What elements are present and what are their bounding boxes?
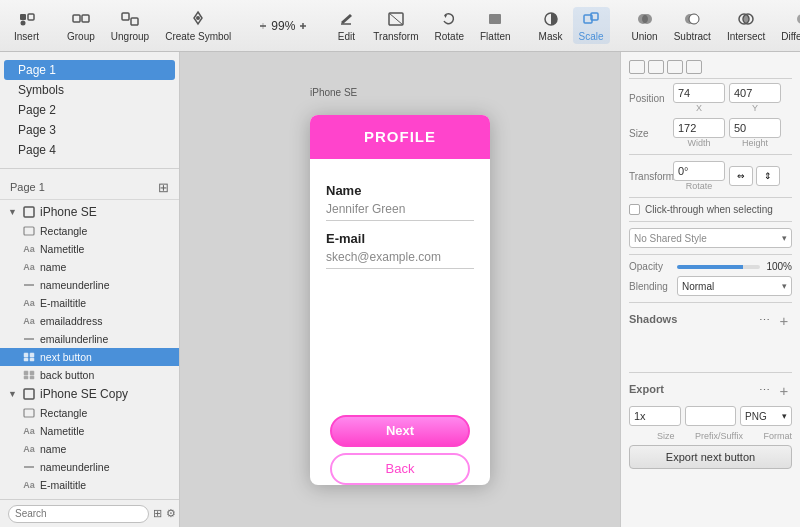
zoom-value: 99% (271, 19, 295, 33)
transform-deg-input[interactable]: 0° (673, 161, 725, 181)
layer-nameunderline-2[interactable]: nameunderline (0, 458, 179, 476)
subtract-button[interactable]: Subtract (668, 7, 717, 44)
edit-button[interactable]: Edit (329, 7, 363, 44)
export-format-value: PNG (745, 411, 767, 422)
svg-point-2 (20, 21, 25, 26)
intersect-button[interactable]: Intersect (721, 7, 771, 44)
subtract-label: Subtract (674, 31, 711, 42)
rotate-button[interactable]: Rotate (429, 7, 470, 44)
transform-button[interactable]: Transform (367, 7, 424, 44)
layers-filter-button[interactable]: ⊞ (153, 506, 162, 522)
layer-nametitle-2[interactable]: Aa Nametitle (0, 422, 179, 440)
flatten-label: Flatten (480, 31, 511, 42)
svg-point-23 (689, 14, 699, 24)
layers-search-input[interactable] (8, 505, 149, 523)
layer-name-1[interactable]: Aa name (0, 258, 179, 276)
layer-rectangle-2[interactable]: Rectangle (0, 404, 179, 422)
shared-style-select[interactable]: No Shared Style ▾ (629, 228, 792, 248)
transform-label: Transform (373, 31, 418, 42)
back-button[interactable]: Back (330, 453, 470, 485)
position-y-input[interactable]: 407 (729, 83, 781, 103)
shadows-add-button[interactable]: + (776, 312, 792, 328)
svg-rect-39 (24, 207, 34, 217)
layer-emailtitle-2[interactable]: Aa E-mailtitle (0, 476, 179, 494)
opacity-row: Opacity 100% (629, 261, 792, 272)
zoom-control[interactable]: 99% (253, 17, 313, 35)
layer-nametitle-1[interactable]: Aa Nametitle (0, 240, 179, 258)
page-item-3[interactable]: Page 3 (4, 120, 175, 140)
panel-tab-4[interactable] (686, 60, 702, 74)
chevron-down-icon-2: ▼ (8, 389, 18, 399)
divider-1 (629, 154, 792, 155)
layer-next-button-1[interactable]: next button (0, 348, 179, 366)
size-width-input[interactable]: 172 (673, 118, 725, 138)
group-button[interactable]: Group (61, 7, 101, 44)
flip-v-button[interactable]: ⇕ (756, 166, 780, 186)
ungroup-button[interactable]: Ungroup (105, 7, 155, 44)
svg-rect-47 (24, 371, 28, 375)
layer-group-iphone-se-copy[interactable]: ▼ iPhone SE Copy (0, 384, 179, 404)
page-item-1[interactable]: Page 1 (4, 60, 175, 80)
layers-settings-button[interactable]: ⚙ (166, 506, 176, 522)
text-icon-2: Aa (22, 260, 36, 274)
svg-point-8 (196, 16, 200, 20)
create-symbol-button[interactable]: Create Symbol (159, 7, 237, 44)
size-label: Size (629, 128, 669, 139)
layer-emailaddress-1[interactable]: Aa emailaddress (0, 312, 179, 330)
flatten-button[interactable]: Flatten (474, 7, 517, 44)
panel-tab-3[interactable] (667, 60, 683, 74)
flip-h-button[interactable]: ⇔ (729, 166, 753, 186)
size-row: Size 172 Width 50 Height (629, 118, 792, 148)
export-scale-input[interactable]: 1x (629, 406, 681, 426)
panel-tab-1[interactable] (629, 60, 645, 74)
line-icon-2 (22, 332, 36, 346)
layer-rectangle-1[interactable]: Rectangle (0, 222, 179, 240)
click-through-checkbox[interactable] (629, 204, 640, 215)
position-label: Position (629, 93, 669, 104)
layer-back-button-1[interactable]: back button (0, 366, 179, 384)
opacity-slider[interactable] (677, 265, 760, 269)
size-sublabel: Size (657, 431, 675, 441)
scale-button[interactable]: Scale (573, 7, 610, 44)
page-item-2[interactable]: Page 2 (4, 100, 175, 120)
rotate-label: Rotate (673, 181, 725, 191)
blending-select[interactable]: Normal ▾ (677, 276, 792, 296)
rotate-icon (438, 9, 460, 29)
mask-label: Mask (539, 31, 563, 42)
layer-group-iphone-se[interactable]: ▼ iPhone SE (0, 202, 179, 222)
size-height-input[interactable]: 50 (729, 118, 781, 138)
panel-tab-2[interactable] (648, 60, 664, 74)
edit-label: Edit (338, 31, 355, 42)
page-item-symbols[interactable]: Symbols (4, 80, 175, 100)
union-button[interactable]: Union (626, 7, 664, 44)
export-settings-button[interactable]: ⋯ (756, 382, 772, 398)
chevron-down-icon-3: ▾ (782, 233, 787, 243)
export-format-input[interactable]: PNG ▾ (740, 406, 792, 426)
next-button[interactable]: Next (330, 415, 470, 447)
insert-button[interactable]: Insert (8, 7, 45, 44)
right-panel: Position 74 X 407 Y Size 172 Width 50 He… (620, 52, 800, 527)
layer-emailunderline-1[interactable]: emailunderline (0, 330, 179, 348)
mask-button[interactable]: Mask (533, 7, 569, 44)
divider-2 (629, 197, 792, 198)
shadows-settings-button[interactable]: ⋯ (756, 312, 772, 328)
export-next-button[interactable]: Export next button (629, 445, 792, 469)
rectangle-icon (22, 224, 36, 238)
page-item-4[interactable]: Page 4 (4, 140, 175, 160)
position-y-label: Y (729, 103, 781, 113)
ungroup-label: Ungroup (111, 31, 149, 42)
layer-nameunderline-1[interactable]: nameunderline (0, 276, 179, 294)
export-controls: ⋯ + (756, 382, 792, 398)
position-row: Position 74 X 407 Y (629, 83, 792, 113)
chevron-down-icon: ▼ (8, 207, 18, 217)
svg-rect-50 (30, 376, 34, 379)
export-add-button[interactable]: + (776, 382, 792, 398)
export-suffix-input[interactable] (685, 406, 736, 426)
intersect-icon (735, 9, 757, 29)
position-x-input[interactable]: 74 (673, 83, 725, 103)
difference-button[interactable]: Difference (775, 7, 800, 44)
layer-name-2[interactable]: Aa name (0, 440, 179, 458)
layers-add-button[interactable]: ⊞ (155, 179, 171, 195)
layer-emailtitle-1[interactable]: Aa E-mailtitle (0, 294, 179, 312)
main-area: Page 1 Symbols Page 2 Page 3 Page 4 Page… (0, 52, 800, 527)
